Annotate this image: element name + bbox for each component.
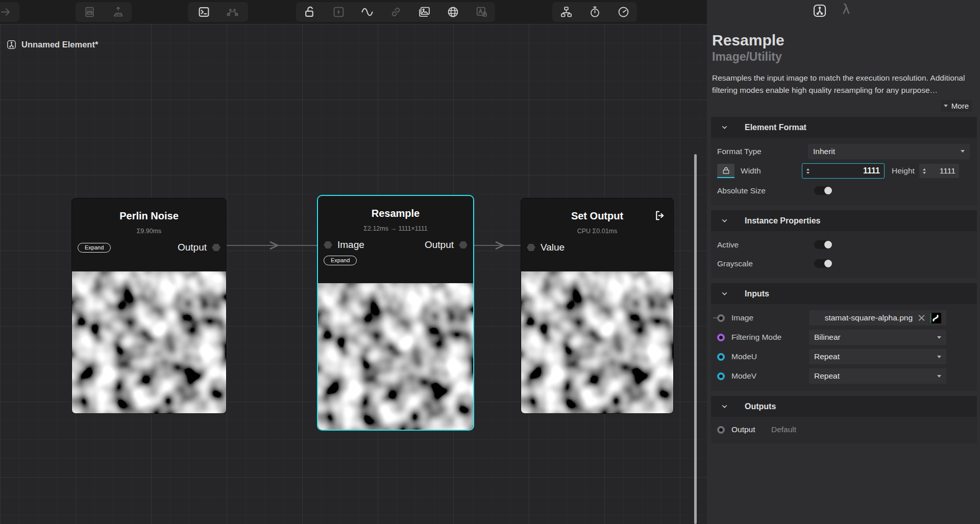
aspect-lock-button[interactable] xyxy=(717,164,734,178)
sine-wave-icon[interactable] xyxy=(360,6,374,19)
more-button[interactable]: More xyxy=(941,100,972,112)
section-header-inputs[interactable]: Inputs xyxy=(711,283,977,304)
stepper-arrows-icon[interactable] xyxy=(806,168,810,174)
section-inputs: Inputs Image stamat-square-alpha.png xyxy=(711,283,977,391)
height-input[interactable]: 1111 xyxy=(919,164,959,178)
output-port-label: Output xyxy=(178,242,207,253)
stopwatch-icon[interactable] xyxy=(588,6,601,19)
filtering-mode-port[interactable] xyxy=(717,334,731,341)
modev-port[interactable] xyxy=(717,372,731,380)
link-icon[interactable] xyxy=(389,6,402,19)
chevron-down-icon xyxy=(937,336,941,339)
forward-arrow-icon[interactable] xyxy=(0,6,13,19)
modev-label: ModeV xyxy=(731,371,809,381)
text-lock-icon[interactable] xyxy=(475,6,488,19)
height-label: Height xyxy=(892,166,915,176)
filtering-mode-dropdown[interactable]: Bilinear xyxy=(809,330,946,345)
chevron-down-icon xyxy=(944,105,948,107)
node-preview-image xyxy=(318,283,473,430)
output-port[interactable] xyxy=(212,244,220,252)
section-title: Inputs xyxy=(745,289,769,298)
node-timing: Σ9.90ms xyxy=(72,224,226,238)
section-header-instance-properties[interactable]: Instance Properties xyxy=(711,210,977,231)
breadcrumb: Unnamed Element* xyxy=(6,39,98,50)
width-value-input[interactable] xyxy=(813,166,880,176)
image-gallery-icon[interactable] xyxy=(418,6,431,19)
node-ports-row: Value xyxy=(521,238,673,257)
width-label: Width xyxy=(741,166,802,176)
element-graph-icon[interactable] xyxy=(812,3,827,18)
image-file-name: stamat-square-alpha.png xyxy=(825,313,913,322)
size-row: Width Height 1111 xyxy=(717,161,970,181)
globe-icon[interactable] xyxy=(446,6,459,19)
editor-area: Unnamed Element* Perlin Noise Σ9.90ms Ex… xyxy=(0,0,707,524)
node-perlin-noise[interactable]: Perlin Noise Σ9.90ms Expand Output xyxy=(71,198,227,414)
export-output-icon[interactable] xyxy=(653,209,666,227)
sitemap-icon[interactable] xyxy=(559,6,573,19)
output-port[interactable] xyxy=(717,426,731,434)
chevron-down-icon xyxy=(720,289,729,298)
image-label: Image xyxy=(731,313,809,322)
terrain-export-icon[interactable] xyxy=(111,6,125,19)
node-resample[interactable]: Resample Σ2.12ms → 1111×1111 Image Outpu… xyxy=(317,195,474,431)
section-title: Element Format xyxy=(745,123,806,132)
panel-title: Resample xyxy=(712,32,972,49)
section-header-outputs[interactable]: Outputs xyxy=(711,396,977,417)
expand-row: Expand xyxy=(318,254,473,268)
image-thumbnail[interactable] xyxy=(930,313,941,323)
chevron-down-icon xyxy=(937,375,941,378)
format-type-row: Format Type Inherit xyxy=(717,142,970,161)
output-port[interactable] xyxy=(459,241,468,249)
lock-open-icon[interactable] xyxy=(303,6,316,19)
modeu-dropdown[interactable]: Repeat xyxy=(809,349,946,364)
modeu-port[interactable] xyxy=(717,353,731,361)
lambda-icon[interactable]: λ xyxy=(843,2,850,17)
node-ports-row: Expand Output xyxy=(72,238,226,257)
output-value: Default xyxy=(771,425,970,434)
modeu-label: ModeU xyxy=(731,352,809,361)
modeu-row: ModeU Repeat xyxy=(717,347,970,366)
node-preview-image xyxy=(521,271,673,413)
format-type-dropdown[interactable]: Inherit xyxy=(808,144,970,159)
gauge-icon[interactable] xyxy=(617,6,630,19)
node-title-text: Set Output xyxy=(571,210,623,221)
modev-dropdown[interactable]: Repeat xyxy=(809,368,946,384)
input-port[interactable] xyxy=(324,241,332,249)
absolute-size-row: Absolute Size xyxy=(717,181,970,200)
bezier-curve-icon[interactable] xyxy=(226,6,239,19)
active-toggle[interactable] xyxy=(814,240,832,249)
section-title: Outputs xyxy=(745,402,776,411)
filtering-mode-row: Filtering Mode Bilinear xyxy=(717,328,970,347)
input-port[interactable] xyxy=(527,244,535,252)
input-port-label: Value xyxy=(541,242,565,253)
modeu-value: Repeat xyxy=(814,352,937,361)
canvas-vertical-scrollbar[interactable] xyxy=(694,154,697,524)
node-title: Set Output xyxy=(521,208,673,224)
active-label: Active xyxy=(717,240,808,249)
chevron-down-icon xyxy=(720,402,729,411)
more-label: More xyxy=(951,102,969,110)
section-body: Image stamat-square-alpha.png Filtering … xyxy=(711,304,977,391)
absolute-size-toggle[interactable] xyxy=(814,186,832,195)
expand-button[interactable]: Expand xyxy=(324,256,357,265)
stepper-arrows-icon[interactable] xyxy=(923,168,926,174)
image-file-field[interactable]: stamat-square-alpha.png xyxy=(809,310,946,326)
section-title: Instance Properties xyxy=(745,216,821,226)
section-header-element-format[interactable]: Element Format xyxy=(711,117,977,138)
terminal-icon[interactable] xyxy=(197,6,210,19)
bolt-square-icon[interactable] xyxy=(332,6,345,19)
width-input[interactable] xyxy=(802,163,885,179)
node-graph-canvas[interactable]: Unnamed Element* Perlin Noise Σ9.90ms Ex… xyxy=(0,24,707,524)
node-set-output[interactable]: Set Output CPU Σ0.01ms Value xyxy=(521,198,674,414)
toolbar-group-modes xyxy=(296,2,495,22)
section-outputs: Outputs Output Default xyxy=(711,396,977,443)
grayscale-row: Grayscale xyxy=(717,254,970,273)
grayscale-label: Grayscale xyxy=(717,259,808,268)
expand-button[interactable]: Expand xyxy=(78,243,111,253)
grayscale-toggle[interactable] xyxy=(814,259,832,268)
clear-image-icon[interactable] xyxy=(918,315,925,321)
bake-oven-icon[interactable] xyxy=(83,6,96,19)
chevron-down-icon xyxy=(961,150,965,153)
image-port[interactable] xyxy=(717,314,731,322)
breadcrumb-label: Unnamed Element* xyxy=(21,40,98,49)
